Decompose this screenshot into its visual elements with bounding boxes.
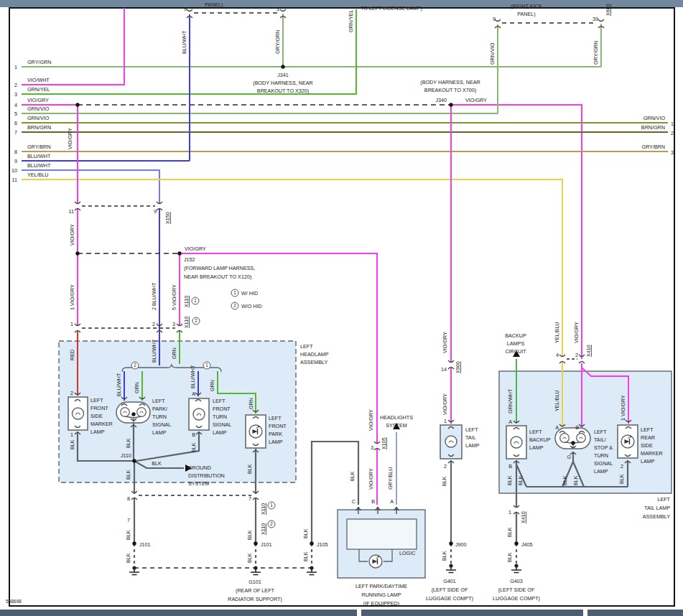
svg-text:1: 1 xyxy=(233,290,236,295)
component-name: LEFT xyxy=(213,398,226,404)
pin-label: A xyxy=(508,419,512,425)
component-name: LEFT xyxy=(90,397,103,403)
note: (BODY HARNESS, NEAR xyxy=(420,79,480,85)
connector-label: X410 xyxy=(520,511,526,523)
circuit-number: 2 xyxy=(14,82,17,88)
wire-label: GRY/BRN xyxy=(641,144,665,150)
component-name: LAMP xyxy=(594,468,608,475)
wire-label: VIO/GRY xyxy=(368,468,374,490)
pin-label: 9 xyxy=(154,208,157,215)
junction-label: J340 xyxy=(435,97,447,103)
connector-label: X110 xyxy=(260,523,266,535)
bottom-taskbar xyxy=(0,610,683,616)
wire-label: RED xyxy=(69,350,75,360)
wire-label: VIO/GRY xyxy=(69,224,75,246)
wire-label: GRN/VIO xyxy=(489,42,496,65)
ground-label: G401 xyxy=(443,578,456,584)
left-front-side-marker-lamp xyxy=(68,397,88,430)
pin-label: C xyxy=(352,498,356,505)
wire-label: GRN/YEL xyxy=(348,9,354,32)
note: (REAR OF LEFT xyxy=(236,587,275,594)
note: RADIATOR SUPPORT) xyxy=(228,596,282,602)
wire-label: BLU/WHT xyxy=(181,30,187,54)
wire-label: GRN/VIO xyxy=(643,115,666,121)
pin-label: 11 xyxy=(69,208,74,215)
circled-option-number: 1 xyxy=(203,362,210,369)
taskbar-segment[interactable] xyxy=(587,610,683,616)
wire-label: 1 VIO/GRY xyxy=(620,395,626,421)
pin-label: A xyxy=(390,498,394,505)
wire-label: BLK xyxy=(246,464,253,474)
note: (RIGHT KICK xyxy=(511,3,542,9)
component-name: MARKER xyxy=(641,450,663,457)
note: LUGGAGE COMPT) xyxy=(426,595,473,602)
bulb-icon xyxy=(137,408,147,417)
pin-label: 1 xyxy=(508,509,511,515)
component-name: LAMP xyxy=(152,429,167,436)
wire-label: VIO/GRY xyxy=(67,128,73,149)
component-name: LAMP xyxy=(529,444,544,451)
junction-dot xyxy=(131,412,135,416)
junction-dot xyxy=(281,65,284,68)
wire-label: BLU/WHT xyxy=(27,153,51,159)
junction-dot xyxy=(514,541,518,545)
component-name: LEFT xyxy=(641,426,654,433)
wire-label: BLU/WHT xyxy=(151,339,157,363)
circled-option-number: 1 xyxy=(192,297,199,304)
junction-dot xyxy=(571,441,575,444)
component-name: TURN xyxy=(152,414,167,420)
pin-label: 3 xyxy=(277,6,279,12)
circuit-number: 3 xyxy=(14,91,17,98)
circled-option-number: 1 xyxy=(231,289,238,297)
circuit-number: 8 xyxy=(14,149,17,155)
left-backup-lamp xyxy=(506,426,526,459)
pin-label: 3 xyxy=(172,321,175,327)
junction-label: J105 xyxy=(317,541,328,548)
component-name: LAMP xyxy=(641,458,655,465)
junction-label: J152 xyxy=(184,256,195,263)
pin-label: 14 xyxy=(441,366,447,373)
component-name: SIGNAL xyxy=(594,460,613,467)
wire-label: BLK xyxy=(246,553,253,563)
junction-dot xyxy=(177,251,181,255)
circled-option-number: 2 xyxy=(131,362,139,369)
component-name: (IF EQUIPPED) xyxy=(363,600,399,607)
pin-label: 1 xyxy=(70,321,73,327)
pin-label: A xyxy=(555,424,559,431)
component-name: LAMP xyxy=(465,442,480,449)
left-tail-lamp xyxy=(440,425,462,459)
junction-dot xyxy=(254,541,257,545)
wire-label: BLK xyxy=(125,470,131,480)
note: NEAR BREAKOUT TO X120) xyxy=(184,274,251,280)
component-name: LAMP xyxy=(90,429,105,435)
taskbar-segment[interactable] xyxy=(0,610,357,616)
note: GROUND xyxy=(188,465,211,471)
pin-label: 1 xyxy=(444,418,447,424)
component-name: LAMP xyxy=(269,439,283,445)
connector-label: X110 xyxy=(183,296,190,307)
connector-label: X600 xyxy=(605,4,611,16)
component-name: LEFT PARK/DAYTIME xyxy=(356,583,407,589)
pin-label: 7 xyxy=(248,495,251,502)
pin-label: 39 xyxy=(593,16,598,22)
connector-label: X410 xyxy=(585,345,592,357)
note: SYSTEM xyxy=(386,422,407,429)
component-name: FRONT xyxy=(269,423,287,429)
led-icon xyxy=(621,435,634,448)
component-name: MARKER xyxy=(90,421,113,427)
component-name: LEFT xyxy=(152,398,165,404)
component-name: LEFT xyxy=(594,429,607,435)
connector-label: X110 xyxy=(260,503,266,515)
junction-dot xyxy=(132,459,136,462)
pin-label: 2 xyxy=(621,463,623,470)
note: PANEL) xyxy=(205,1,223,8)
taskbar-segment[interactable] xyxy=(361,610,583,616)
wire-label: BLK xyxy=(506,527,513,537)
wire-label: BLK xyxy=(506,552,513,562)
connector-label: X105 xyxy=(381,437,387,449)
junction-dot xyxy=(132,541,136,545)
left-front-turn-signal-lamp xyxy=(189,398,209,430)
document-number: 558698 xyxy=(6,599,22,604)
junction-label: J101 xyxy=(139,541,151,548)
svg-text:1: 1 xyxy=(270,503,273,508)
